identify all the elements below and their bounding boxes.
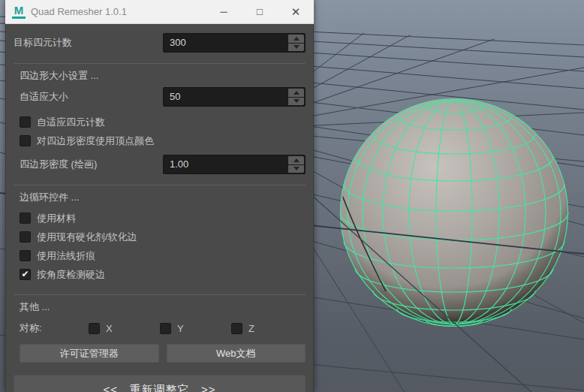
checkbox-box[interactable] (89, 323, 100, 334)
maya-icon: M (12, 5, 26, 19)
minimize-button[interactable]: ─ (206, 0, 242, 23)
checkbox-box[interactable] (20, 213, 31, 224)
target-quad-count-value: 300 (170, 34, 186, 52)
triangle-down-icon (294, 45, 300, 49)
quad-remesher-window: M Quad Remesher 1.0.1 ─ □ ✕ 目标四元计数 300 四… (5, 0, 314, 392)
triangle-up-icon (294, 158, 300, 162)
checkbox-use-existing-hard-soft-edges[interactable]: 使用现有硬化剂/软化边 (20, 228, 306, 246)
group-quad-size-title: 四边形大小设置 ... (14, 69, 306, 83)
checkbox-label: 自适应四元计数 (37, 116, 105, 129)
checkbox-symmetry-y[interactable]: Y (160, 323, 231, 334)
target-quad-count-row: 目标四元计数 300 (14, 33, 306, 53)
group-edge-loop-title: 边循环控件 ... (14, 191, 306, 204)
quad-density-input[interactable]: 1.00 (163, 155, 306, 174)
checkbox-label: 使用现有硬化剂/软化边 (37, 231, 137, 244)
quad-density-value: 1.00 (170, 155, 188, 173)
quad-density-label: 四边形密度 (绘画) (20, 158, 163, 171)
checkbox-box[interactable] (231, 323, 242, 334)
remesh-it-button[interactable]: << 重新调整它 >> (14, 375, 306, 392)
checkbox-label: 按角度检测硬边 (37, 268, 105, 282)
triangle-down-icon (294, 99, 300, 103)
quad-density-row: 四边形密度 (绘画) 1.00 (20, 155, 306, 174)
adaptive-size-input[interactable]: 50 (163, 87, 306, 107)
checkbox-adaptive-quad-count[interactable]: 自适应四元计数 (20, 113, 306, 131)
adaptive-size-spinner (288, 89, 304, 105)
triangle-up-icon (294, 37, 300, 41)
title-bar[interactable]: M Quad Remesher 1.0.1 ─ □ ✕ (5, 0, 314, 24)
checkbox-label: 使用法线折痕 (37, 249, 95, 263)
adaptive-size-row: 自适应大小 50 (20, 87, 306, 107)
checkbox-box[interactable]: ✔ (20, 269, 31, 280)
spinner-down-button[interactable] (288, 165, 304, 173)
checkbox-symmetry-z[interactable]: Z (231, 323, 303, 334)
target-quad-count-label: 目标四元计数 (14, 36, 163, 50)
license-manager-button[interactable]: 许可证管理器 (20, 344, 159, 363)
spinner-up-button[interactable] (288, 89, 304, 97)
group-quad-size-settings: 四边形大小设置 ... 自适应大小 50 自适应四元计数 (14, 63, 306, 174)
symmetry-label: 对称: (20, 321, 89, 335)
checkbox-use-normal-creases[interactable]: 使用法线折痕 (20, 246, 306, 265)
web-doc-button[interactable]: Web文档 (167, 344, 306, 363)
axis-label: X (106, 323, 113, 334)
checkbox-box[interactable] (160, 323, 171, 334)
checkbox-box[interactable] (20, 116, 31, 128)
checkbox-use-materials[interactable]: 使用材料 (20, 209, 306, 228)
adaptive-size-value: 50 (170, 88, 180, 106)
spinner-up-button[interactable] (288, 35, 304, 43)
axis-label: Y (177, 323, 184, 334)
spinner-up-button[interactable] (288, 156, 304, 164)
window-title: Quad Remesher 1.0.1 (31, 6, 206, 17)
group-edge-loop-controls: 边循环控件 ... 使用材料 使用现有硬化剂/软化边 使用法线折痕 ✔ 按角度检… (14, 185, 306, 284)
target-quad-count-input[interactable]: 300 (163, 33, 306, 53)
maximize-button[interactable]: □ (242, 0, 278, 23)
checkbox-box[interactable] (20, 135, 31, 146)
triangle-up-icon (294, 91, 300, 95)
spinner-down-button[interactable] (288, 44, 304, 52)
group-misc: 其他 ... 对称: X Y Z (14, 294, 306, 363)
utility-buttons-row: 许可证管理器 Web文档 (20, 344, 306, 363)
checkbox-label: 使用材料 (37, 212, 76, 225)
symmetry-row: 对称: X Y Z (20, 318, 306, 338)
triangle-down-icon (294, 167, 300, 170)
checkbox-label: 对四边形密度使用顶点颜色 (37, 134, 154, 148)
adaptive-size-label: 自适应大小 (20, 90, 163, 104)
spinner-down-button[interactable] (288, 98, 304, 106)
checkbox-box[interactable] (20, 231, 31, 243)
options-panel: 目标四元计数 300 四边形大小设置 ... 自适应大小 50 (5, 24, 314, 392)
axis-label: Z (248, 323, 254, 334)
close-button[interactable]: ✕ (278, 0, 314, 23)
target-quad-count-spinner (288, 35, 304, 51)
sphere (339, 98, 568, 327)
group-misc-title: 其他 ... (14, 300, 306, 314)
checkbox-use-vertex-color[interactable]: 对四边形密度使用顶点颜色 (20, 131, 306, 150)
quad-density-spinner (288, 156, 304, 173)
checkbox-symmetry-x[interactable]: X (89, 323, 160, 334)
checkbox-box[interactable] (20, 250, 31, 261)
checkbox-detect-hard-edges-by-angle[interactable]: ✔ 按角度检测硬边 (20, 265, 306, 284)
checkmark: ✔ (21, 270, 29, 279)
